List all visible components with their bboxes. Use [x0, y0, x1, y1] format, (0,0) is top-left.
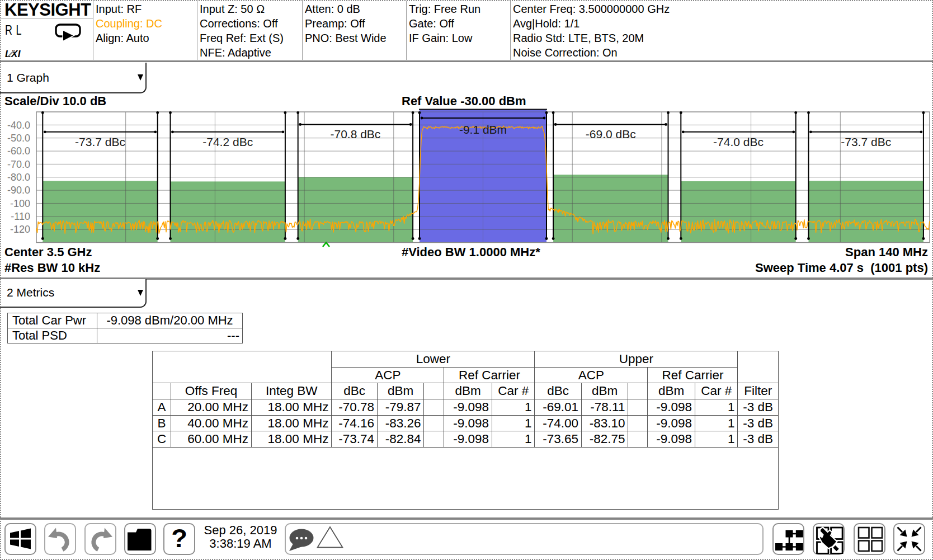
svg-text:-70.0: -70.0	[7, 159, 30, 170]
svg-text:-40.0: -40.0	[7, 120, 30, 131]
svg-text:-9.1 dBm: -9.1 dBm	[459, 123, 507, 136]
svg-text:-90.0: -90.0	[7, 185, 30, 196]
svg-text:-69.0 dBc: -69.0 dBc	[586, 128, 636, 140]
svg-text:-120: -120	[10, 224, 30, 235]
svg-text:-100: -100	[10, 198, 30, 209]
svg-text:-50.0: -50.0	[7, 133, 30, 144]
svg-text:-74.0 dBc: -74.0 dBc	[713, 135, 764, 148]
svg-text:-70.8 dBc: -70.8 dBc	[330, 128, 380, 140]
svg-text:-74.2 dBc: -74.2 dBc	[202, 135, 253, 148]
svg-text:-60.0: -60.0	[7, 145, 30, 157]
svg-text:-80.0: -80.0	[7, 172, 30, 183]
svg-text:-110: -110	[11, 211, 30, 222]
svg-text:-73.7 dBc: -73.7 dBc	[75, 135, 125, 148]
svg-text:-73.7 dBc: -73.7 dBc	[841, 135, 891, 148]
